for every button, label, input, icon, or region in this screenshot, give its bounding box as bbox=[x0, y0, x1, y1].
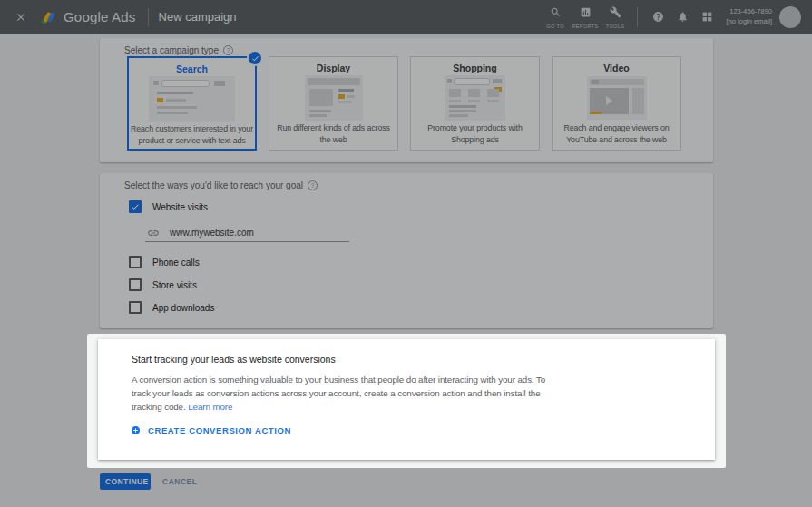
campaign-type-heading-text: Select a campaign type bbox=[124, 45, 219, 55]
campaign-type-section: Select a campaign type Search Reach cust… bbox=[100, 38, 713, 162]
topbar-left: Google Ads New campaign bbox=[0, 8, 237, 26]
label-website-visits[interactable]: Website visits bbox=[152, 202, 208, 212]
goto-button[interactable]: GO TO bbox=[541, 5, 571, 29]
campaign-card-display[interactable]: Display Run different kinds of ads acros… bbox=[269, 56, 398, 151]
page-title: New campaign bbox=[159, 10, 237, 24]
product-name: Google Ads bbox=[64, 9, 136, 24]
tools-label: TOOLS bbox=[606, 24, 625, 29]
add-circle-icon bbox=[131, 425, 141, 435]
label-store-visits[interactable]: Store visits bbox=[152, 280, 197, 290]
create-conversion-action-button[interactable]: CREATE CONVERSION ACTION bbox=[131, 425, 291, 435]
shopping-thumbnail bbox=[445, 75, 505, 121]
website-url-field[interactable]: www.mywebsite.com bbox=[145, 224, 349, 242]
option-row-website-visits: Website visits bbox=[129, 200, 208, 213]
help-icon[interactable] bbox=[308, 180, 318, 190]
tools-button[interactable]: TOOLS bbox=[601, 5, 631, 29]
search-thumbnail bbox=[149, 76, 235, 122]
cancel-button[interactable]: CANCEL bbox=[162, 477, 197, 486]
card-desc-search: Reach customers interested in your produ… bbox=[130, 123, 255, 147]
conversion-body-line2: track your leads as conversion actions a… bbox=[132, 386, 545, 400]
bell-icon bbox=[677, 11, 689, 23]
search-icon bbox=[550, 5, 562, 22]
account-number: 123-456-7890 bbox=[727, 7, 772, 16]
help-button[interactable] bbox=[646, 11, 670, 23]
checkbox-phone-calls[interactable] bbox=[129, 256, 142, 268]
option-row-app-downloads: App downloads bbox=[129, 301, 214, 314]
google-ads-logo-icon bbox=[41, 10, 56, 24]
notifications-button[interactable] bbox=[670, 11, 695, 23]
avatar[interactable] bbox=[779, 6, 801, 28]
create-conversion-action-label: CREATE CONVERSION ACTION bbox=[148, 425, 291, 435]
selected-check-icon bbox=[247, 50, 263, 66]
card-desc-display: Run different kinds of ads across the we… bbox=[271, 122, 396, 146]
reports-label: REPORTS bbox=[572, 24, 598, 29]
card-title-video: Video bbox=[553, 63, 680, 73]
apps-grid-button[interactable] bbox=[695, 11, 719, 23]
close-icon[interactable] bbox=[15, 11, 27, 24]
option-row-store-visits: Store visits bbox=[129, 278, 197, 291]
campaign-type-cards: Search Reach customers interested in you… bbox=[127, 56, 681, 151]
link-icon bbox=[147, 227, 160, 239]
website-url-value: www.mywebsite.com bbox=[170, 228, 254, 238]
continue-button[interactable]: CONTINUE bbox=[100, 473, 151, 490]
conversion-body-line3: tracking code. bbox=[132, 402, 186, 412]
card-desc-shopping: Promote your products with Shopping ads bbox=[413, 122, 538, 146]
campaign-card-shopping[interactable]: Shopping Promote your products with Shop… bbox=[410, 56, 540, 151]
campaign-type-heading: Select a campaign type bbox=[124, 45, 233, 55]
card-desc-video: Reach and engage viewers on YouTube and … bbox=[554, 122, 680, 146]
help-icon bbox=[652, 11, 664, 23]
goal-heading-text: Select the ways you'd like to reach your… bbox=[124, 180, 303, 190]
goal-heading: Select the ways you'd like to reach your… bbox=[124, 180, 318, 190]
learn-more-link[interactable]: Learn more bbox=[188, 402, 232, 412]
goal-section: Select the ways you'd like to reach your… bbox=[100, 173, 713, 328]
option-row-phone-calls: Phone calls bbox=[129, 256, 200, 268]
account-email: [no login email] bbox=[727, 17, 772, 26]
conversion-panel-title: Start tracking your leads as website con… bbox=[132, 354, 336, 365]
checkbox-website-visits[interactable] bbox=[129, 200, 142, 213]
campaign-card-video[interactable]: Video Reach and engage viewers on YouTub… bbox=[552, 56, 681, 151]
label-app-downloads[interactable]: App downloads bbox=[152, 303, 214, 313]
topbar-right: GO TO REPORTS TOOLS bbox=[541, 5, 801, 29]
promo-spotlight-overlay: Start tracking your leads as website con… bbox=[87, 334, 726, 468]
apps-grid-icon bbox=[701, 11, 713, 23]
reports-button[interactable]: REPORTS bbox=[571, 5, 601, 29]
card-title-shopping: Shopping bbox=[411, 63, 539, 73]
conversion-panel-body: A conversion action is something valuabl… bbox=[132, 373, 545, 414]
checkbox-app-downloads[interactable] bbox=[129, 301, 142, 314]
footer-actions: CONTINUE CANCEL bbox=[100, 473, 197, 490]
account-info[interactable]: 123-456-7890 [no login email] bbox=[727, 7, 772, 25]
wrench-icon bbox=[610, 5, 621, 22]
label-phone-calls[interactable]: Phone calls bbox=[152, 258, 200, 268]
conversion-body-line1: A conversion action is something valuabl… bbox=[132, 373, 545, 386]
topbar: Google Ads New campaign GO TO REPORTS bbox=[0, 0, 812, 34]
display-thumbnail bbox=[305, 75, 363, 121]
card-title-display: Display bbox=[269, 63, 397, 73]
goto-label: GO TO bbox=[546, 24, 564, 29]
card-title-search: Search bbox=[129, 63, 255, 74]
campaign-card-search[interactable]: Search Reach customers interested in you… bbox=[127, 56, 257, 151]
topbar-divider-2 bbox=[637, 7, 638, 27]
video-thumbnail bbox=[587, 76, 647, 120]
google-ads-new-campaign-page: Google Ads New campaign GO TO REPORTS bbox=[0, 0, 812, 507]
help-icon[interactable] bbox=[223, 45, 233, 55]
topbar-divider bbox=[148, 8, 149, 26]
bar-chart-icon bbox=[580, 5, 592, 22]
conversion-panel: Start tracking your leads as website con… bbox=[98, 339, 715, 460]
checkbox-store-visits[interactable] bbox=[129, 278, 142, 291]
